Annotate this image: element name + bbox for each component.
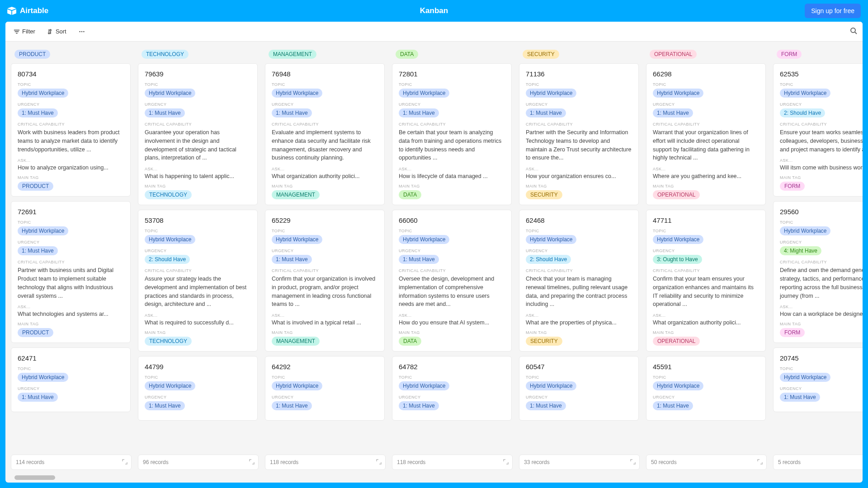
urgency-pill: 1: Must Have	[18, 108, 58, 117]
card[interactable]: 53708TOPICHybrid WorkplaceURGENCY2: Shou…	[138, 210, 258, 352]
critical-label: CRITICAL CAPABILITY	[145, 122, 251, 127]
card-description: Ensure your team works seamlessly with c…	[780, 128, 863, 154]
column-header-tag[interactable]: TECHNOLOGY	[142, 50, 189, 59]
card[interactable]: 45591TOPICHybrid WorkplaceURGENCY1: Must…	[646, 356, 766, 421]
card[interactable]: 76948TOPICHybrid WorkplaceURGENCY1: Must…	[265, 63, 385, 205]
expand-icon[interactable]	[630, 459, 636, 466]
card[interactable]: 80734TOPICHybrid WorkplaceURGENCY1: Must…	[11, 63, 131, 197]
card[interactable]: 29560TOPICHybrid WorkplaceURGENCY4: Migh…	[773, 201, 863, 343]
card-list[interactable]: 79639TOPICHybrid WorkplaceURGENCY1: Must…	[138, 63, 259, 455]
signup-button[interactable]: Sign up for free	[805, 4, 861, 18]
urgency-label: URGENCY	[653, 395, 759, 399]
card[interactable]: 44799TOPICHybrid WorkplaceURGENCY1: Must…	[138, 356, 258, 421]
brand-logo[interactable]: Airtable	[7, 6, 48, 15]
horizontal-scrollbar[interactable]	[14, 475, 55, 480]
urgency-label: URGENCY	[18, 386, 124, 391]
maintag-label: MAIN TAG	[780, 175, 863, 180]
topic-label: TOPIC	[18, 220, 124, 225]
search-button[interactable]	[850, 27, 857, 36]
card-list[interactable]: 71136TOPICHybrid WorkplaceURGENCY1: Must…	[519, 63, 640, 455]
card-description: Partner with business units and Digital …	[18, 266, 124, 300]
card-description: Assure your strategy leads the developme…	[145, 275, 251, 309]
urgency-label: URGENCY	[145, 249, 251, 253]
card-list[interactable]: 80734TOPICHybrid WorkplaceURGENCY1: Must…	[11, 63, 132, 455]
card[interactable]: 72691TOPICHybrid WorkplaceURGENCY1: Must…	[11, 201, 131, 343]
card[interactable]: 20745TOPICHybrid WorkplaceURGENCY1: Must…	[773, 347, 863, 412]
card[interactable]: 66060TOPICHybrid WorkplaceURGENCY1: Must…	[392, 210, 512, 352]
card-id: 45591	[653, 363, 759, 371]
ask-label: ASK...	[399, 167, 505, 171]
more-button[interactable]	[75, 27, 88, 37]
maintag-label: MAIN TAG	[272, 330, 378, 335]
record-count: 50 records	[651, 459, 677, 465]
urgency-pill: 1: Must Have	[653, 401, 693, 410]
column-header-tag[interactable]: OPERATIONAL	[650, 50, 697, 59]
topic-label: TOPIC	[145, 82, 251, 87]
maintag-label: MAIN TAG	[653, 184, 759, 188]
urgency-label: URGENCY	[18, 102, 124, 107]
card-description: Work with business leaders from product …	[18, 128, 124, 154]
kanban-board[interactable]: PRODUCT80734TOPICHybrid WorkplaceURGENCY…	[5, 42, 863, 474]
card[interactable]: 60547TOPICHybrid WorkplaceURGENCY1: Must…	[519, 356, 639, 421]
card[interactable]: 62471TOPICHybrid WorkplaceURGENCY1: Must…	[11, 347, 131, 412]
urgency-label: URGENCY	[272, 102, 378, 107]
filter-button[interactable]: Filter	[11, 26, 38, 37]
urgency-pill: 1: Must Have	[145, 401, 185, 410]
record-count: 118 records	[270, 459, 298, 465]
maintag-label: MAIN TAG	[399, 330, 505, 335]
card-list[interactable]: 76948TOPICHybrid WorkplaceURGENCY1: Must…	[265, 63, 386, 455]
topic-label: TOPIC	[399, 229, 505, 233]
card-description: Oversee the design, development and impl…	[399, 275, 505, 309]
card-list[interactable]: 66298TOPICHybrid WorkplaceURGENCY1: Must…	[646, 63, 767, 455]
column-form: FORM62535TOPICHybrid WorkplaceURGENCY2: …	[773, 48, 863, 470]
record-count: 118 records	[397, 459, 425, 465]
card-list[interactable]: 72801TOPICHybrid WorkplaceURGENCY1: Must…	[392, 63, 513, 455]
card[interactable]: 71136TOPICHybrid WorkplaceURGENCY1: Must…	[519, 63, 639, 205]
sort-button[interactable]: Sort	[44, 26, 69, 37]
column-header-tag[interactable]: PRODUCT	[14, 50, 50, 59]
urgency-pill: 1: Must Have	[272, 255, 312, 264]
card[interactable]: 64782TOPICHybrid WorkplaceURGENCY1: Must…	[392, 356, 512, 421]
critical-label: CRITICAL CAPABILITY	[526, 122, 632, 127]
ask-label: ASK...	[780, 158, 863, 163]
maintag-label: MAIN TAG	[18, 322, 124, 326]
expand-icon[interactable]	[122, 459, 127, 466]
ask-label: ASK...	[18, 158, 124, 163]
column-header-tag[interactable]: DATA	[396, 50, 418, 59]
column-footer: 33 records	[519, 455, 640, 470]
urgency-pill: 1: Must Have	[399, 108, 439, 117]
card[interactable]: 64292TOPICHybrid WorkplaceURGENCY1: Must…	[265, 356, 385, 421]
maintag-pill: MANAGEMENT	[272, 190, 320, 199]
urgency-label: URGENCY	[399, 249, 505, 253]
card-id: 80734	[18, 70, 124, 78]
card[interactable]: 47711TOPICHybrid WorkplaceURGENCY3: Ough…	[646, 210, 766, 352]
maintag-pill: TECHNOLOGY	[145, 190, 192, 199]
card-id: 64782	[399, 363, 505, 371]
card-id: 53708	[145, 216, 251, 224]
card[interactable]: 62468TOPICHybrid WorkplaceURGENCY2: Shou…	[519, 210, 639, 352]
column-header-tag[interactable]: SECURITY	[523, 50, 559, 59]
column-header-tag[interactable]: FORM	[777, 50, 802, 59]
column-footer: 118 records	[392, 455, 513, 470]
column-header-tag[interactable]: MANAGEMENT	[269, 50, 316, 59]
column-security: SECURITY71136TOPICHybrid WorkplaceURGENC…	[519, 48, 640, 470]
card[interactable]: 65229TOPICHybrid WorkplaceURGENCY1: Must…	[265, 210, 385, 352]
critical-label: CRITICAL CAPABILITY	[399, 268, 505, 273]
topic-pill: Hybrid Workplace	[272, 89, 322, 98]
card-list[interactable]: 62535TOPICHybrid WorkplaceURGENCY2: Shou…	[773, 63, 863, 455]
card[interactable]: 62535TOPICHybrid WorkplaceURGENCY2: Shou…	[773, 63, 863, 197]
card[interactable]: 66298TOPICHybrid WorkplaceURGENCY1: Must…	[646, 63, 766, 205]
column-footer: 50 records	[646, 455, 767, 470]
expand-icon[interactable]	[376, 459, 382, 466]
maintag-label: MAIN TAG	[18, 175, 124, 180]
card-id: 47711	[653, 216, 759, 224]
topic-label: TOPIC	[653, 82, 759, 87]
expand-icon[interactable]	[249, 459, 255, 466]
expand-icon[interactable]	[757, 459, 763, 466]
card[interactable]: 79639TOPICHybrid WorkplaceURGENCY1: Must…	[138, 63, 258, 205]
card-ask: What organization authority polici...	[653, 319, 759, 326]
expand-icon[interactable]	[503, 459, 509, 466]
svg-point-0	[79, 31, 80, 32]
maintag-pill: FORM	[780, 182, 805, 191]
card[interactable]: 72801TOPICHybrid WorkplaceURGENCY1: Must…	[392, 63, 512, 205]
